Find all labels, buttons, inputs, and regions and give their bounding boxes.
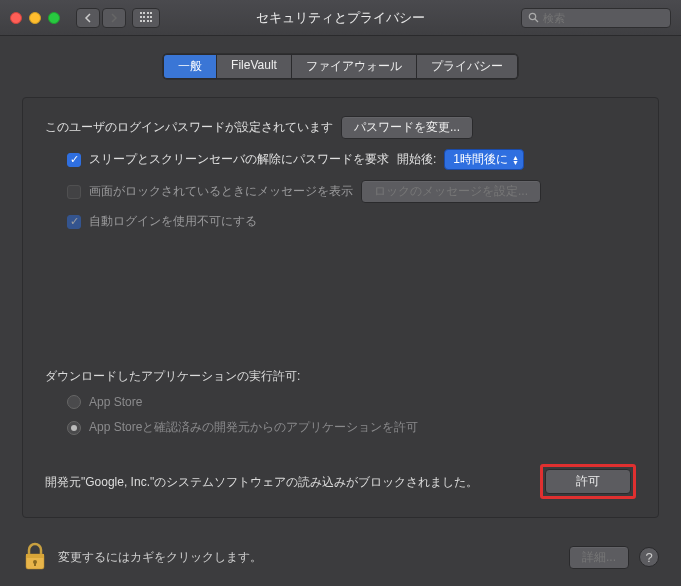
svg-point-0 <box>529 13 535 19</box>
general-panel: このユーザのログインパスワードが設定されています パスワードを変更... スリー… <box>22 97 659 518</box>
lock-text: 変更するにはカギをクリックします。 <box>58 549 262 566</box>
password-set-row: このユーザのログインパスワードが設定されています パスワードを変更... <box>45 116 636 139</box>
tab-privacy[interactable]: プライバシー <box>417 55 517 78</box>
nav-buttons <box>76 8 126 28</box>
show-message-row: 画面がロックされているときにメッセージを表示 ロックのメッセージを設定... <box>45 180 636 203</box>
lock-icon[interactable] <box>22 542 48 572</box>
disable-autologin-checkbox[interactable] <box>67 215 81 229</box>
stepper-arrows-icon: ▲▼ <box>512 155 519 165</box>
advanced-button[interactable]: 詳細... <box>569 546 629 569</box>
require-password-label: スリープとスクリーンセーバの解除にパスワードを要求 <box>89 151 389 168</box>
blocked-software-row: 開発元"Google, Inc."のシステムソフトウェアの読み込みがブロックされ… <box>45 464 636 499</box>
traffic-lights <box>10 12 60 24</box>
password-set-label: このユーザのログインパスワードが設定されています <box>45 119 333 136</box>
allow-highlight: 許可 <box>540 464 636 499</box>
chevron-left-icon <box>84 13 92 23</box>
require-password-row: スリープとスクリーンセーバの解除にパスワードを要求 開始後: 1時間後に ▲▼ <box>45 149 636 170</box>
search-field[interactable] <box>521 8 671 28</box>
show-message-label: 画面がロックされているときにメッセージを表示 <box>89 183 353 200</box>
forward-button[interactable] <box>102 8 126 28</box>
allow-button[interactable]: 許可 <box>545 469 631 494</box>
preferences-window: セキュリティとプライバシー 一般 FileVault ファイアウォール プライバ… <box>0 0 681 586</box>
disable-autologin-label: 自動ログインを使用不可にする <box>89 213 257 230</box>
tab-general[interactable]: 一般 <box>164 55 217 78</box>
chevron-right-icon <box>110 13 118 23</box>
help-button[interactable]: ? <box>639 547 659 567</box>
close-window-button[interactable] <box>10 12 22 24</box>
search-input[interactable] <box>543 12 664 24</box>
svg-line-1 <box>535 19 538 22</box>
start-after-select[interactable]: 1時間後に ▲▼ <box>444 149 524 170</box>
change-password-button[interactable]: パスワードを変更... <box>341 116 473 139</box>
appstore-radio-label: App Store <box>89 395 142 409</box>
disable-autologin-row: 自動ログインを使用不可にする <box>45 213 636 230</box>
back-button[interactable] <box>76 8 100 28</box>
identified-radio-row: App Storeと確認済みの開発元からのアプリケーションを許可 <box>45 419 636 436</box>
search-icon <box>528 12 539 23</box>
svg-rect-5 <box>34 562 36 566</box>
appstore-radio-row: App Store <box>45 395 636 409</box>
grid-icon <box>140 12 152 24</box>
minimize-window-button[interactable] <box>29 12 41 24</box>
titlebar: セキュリティとプライバシー <box>0 0 681 36</box>
tab-filevault[interactable]: FileVault <box>217 55 292 78</box>
identified-radio-label: App Storeと確認済みの開発元からのアプリケーションを許可 <box>89 419 418 436</box>
blocked-software-text: 開発元"Google, Inc."のシステムソフトウェアの読み込みがブロックされ… <box>45 473 524 491</box>
start-after-label: 開始後: <box>397 151 436 168</box>
require-password-checkbox[interactable] <box>67 153 81 167</box>
start-after-value: 1時間後に <box>453 151 508 168</box>
set-lock-message-button[interactable]: ロックのメッセージを設定... <box>361 180 541 203</box>
content-area: 一般 FileVault ファイアウォール プライバシー このユーザのログインパ… <box>0 36 681 532</box>
zoom-window-button[interactable] <box>48 12 60 24</box>
appstore-radio[interactable] <box>67 395 81 409</box>
tab-firewall[interactable]: ファイアウォール <box>292 55 417 78</box>
svg-rect-3 <box>26 554 44 558</box>
tab-bar: 一般 FileVault ファイアウォール プライバシー <box>22 54 659 79</box>
show-message-checkbox[interactable] <box>67 185 81 199</box>
footer: 変更するにはカギをクリックします。 詳細... ? <box>0 532 681 586</box>
download-section-title: ダウンロードしたアプリケーションの実行許可: <box>45 368 636 385</box>
show-all-button[interactable] <box>132 8 160 28</box>
identified-radio[interactable] <box>67 421 81 435</box>
